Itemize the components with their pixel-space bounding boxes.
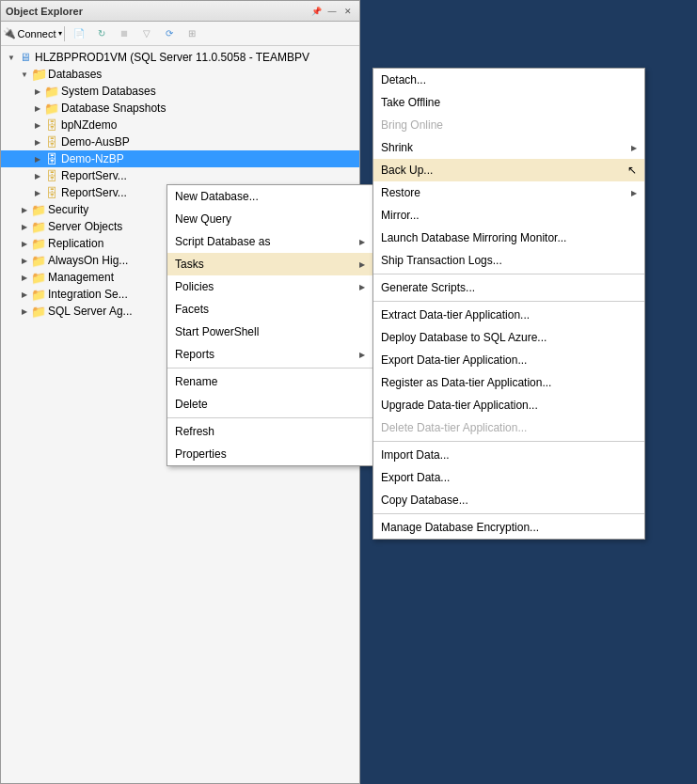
sync-icon: ⟳ xyxy=(166,28,173,39)
is-icon: 📁 xyxy=(31,287,46,302)
rs1-icon: 🗄 xyxy=(44,168,59,183)
tree-item-reportserv1[interactable]: ▶ 🗄 ReportServ... xyxy=(1,167,359,184)
sa-expand-icon[interactable]: ▶ xyxy=(18,305,31,318)
rep-expand-icon[interactable]: ▶ xyxy=(18,237,31,250)
bpnz-expand-icon[interactable]: ▶ xyxy=(31,118,44,132)
submenu-item-detach[interactable]: Detach... xyxy=(373,69,644,91)
separator-1 xyxy=(64,26,65,41)
security-icon: 📁 xyxy=(31,202,46,217)
submenu-item-ship-logs[interactable]: Ship Transaction Logs... xyxy=(373,249,644,272)
menu-item-reports[interactable]: Reports ▶ xyxy=(167,343,372,366)
rs1-label: ReportServ... xyxy=(61,169,127,182)
close-button[interactable]: ✕ xyxy=(341,5,355,18)
stop-button[interactable]: ⏹ xyxy=(114,24,135,43)
submenu-item-generate-scripts[interactable]: Generate Scripts... xyxy=(373,276,644,299)
is-label: Integration Se... xyxy=(48,288,128,301)
dbsnap-expand-icon[interactable]: ▶ xyxy=(31,102,44,115)
tree-item-demo-ausbp[interactable]: ▶ 🗄 Demo-AusBP xyxy=(1,133,359,150)
submenu-item-export-datatier[interactable]: Export Data-tier Application... xyxy=(373,349,644,371)
shrink-arrow: ▶ xyxy=(631,144,637,152)
security-expand-icon[interactable]: ▶ xyxy=(18,203,31,216)
menu-item-facets[interactable]: Facets xyxy=(167,298,372,321)
tree-item-databases[interactable]: ▼ 📁 Databases xyxy=(1,66,359,83)
tree-item-demo-nzbp[interactable]: ▶ 🗄 Demo-NzBP xyxy=(1,150,359,167)
menu-item-script-database[interactable]: Script Database as ▶ xyxy=(167,230,372,253)
rep-icon: 📁 xyxy=(31,236,46,251)
server-label: HLZBPPROD1VM (SQL Server 11.0.5058 - TEA… xyxy=(35,51,309,64)
menu-item-new-query[interactable]: New Query xyxy=(167,208,372,230)
nzbp-icon: 🗄 xyxy=(44,151,59,166)
expand-button[interactable]: ⊞ xyxy=(182,24,202,43)
menu-item-powershell[interactable]: Start PowerShell xyxy=(167,321,372,343)
tree-item-db-snapshots[interactable]: ▶ 📁 Database Snapshots xyxy=(1,100,359,117)
ao-expand-icon[interactable]: ▶ xyxy=(18,254,31,267)
databases-icon: 📁 xyxy=(31,67,46,82)
submenu-item-copy-database[interactable]: Copy Database... xyxy=(373,489,644,511)
ao-label: AlwaysOn Hig... xyxy=(48,254,128,267)
connect-button[interactable]: 🔌 Connect ▾ xyxy=(4,24,60,43)
menu-item-refresh[interactable]: Refresh xyxy=(167,420,372,443)
tree-item-system-databases[interactable]: ▶ 📁 System Databases xyxy=(1,83,359,100)
minimize-button[interactable]: — xyxy=(325,5,339,18)
sync-button[interactable]: ⟳ xyxy=(159,24,180,43)
submenu-item-manage-encryption[interactable]: Manage Database Encryption... xyxy=(373,516,644,539)
rs1-expand-icon[interactable]: ▶ xyxy=(31,169,44,182)
is-expand-icon[interactable]: ▶ xyxy=(18,288,31,301)
filter-button[interactable]: ▽ xyxy=(136,24,157,43)
databases-label: Databases xyxy=(48,68,102,81)
menu-item-properties[interactable]: Properties xyxy=(167,443,372,465)
ausbp-label: Demo-AusBP xyxy=(61,135,130,149)
submenu-item-shrink[interactable]: Shrink ▶ xyxy=(373,136,644,159)
pin-button[interactable]: 📌 xyxy=(309,5,323,18)
submenu-item-bring-online[interactable]: Bring Online xyxy=(373,114,644,136)
window-title: Object Explorer xyxy=(6,6,83,17)
databases-expand-icon[interactable]: ▼ xyxy=(18,68,31,81)
so-label: Server Objects xyxy=(48,220,122,233)
filter-icon: ▽ xyxy=(143,28,150,39)
oe-toolbar: 🔌 Connect ▾ 📄 ↻ ⏹ ▽ ⟳ ⊞ xyxy=(1,22,359,46)
rep-label: Replication xyxy=(48,237,103,250)
menu-item-rename[interactable]: Rename xyxy=(167,370,372,393)
submenu-item-launch-mirror-monitor[interactable]: Launch Database Mirroring Monitor... xyxy=(373,227,644,249)
rs2-expand-icon[interactable]: ▶ xyxy=(31,186,44,199)
menu-item-policies[interactable]: Policies ▶ xyxy=(167,275,372,298)
new-query-button[interactable]: 📄 xyxy=(69,24,89,43)
submenu-item-import-data[interactable]: Import Data... xyxy=(373,444,644,466)
context-menu: New Database... New Query Script Databas… xyxy=(166,184,373,466)
so-expand-icon[interactable]: ▶ xyxy=(18,220,31,233)
ausbp-expand-icon[interactable]: ▶ xyxy=(31,135,44,149)
submenu-item-mirror[interactable]: Mirror... xyxy=(373,204,644,227)
submenu-item-backup[interactable]: Back Up... ↖ xyxy=(373,159,644,181)
refresh-icon: ↻ xyxy=(98,28,105,39)
mgmt-expand-icon[interactable]: ▶ xyxy=(18,271,31,284)
sysdb-label: System Databases xyxy=(61,85,156,98)
submenu-item-register-datatier[interactable]: Register as Data-tier Application... xyxy=(373,371,644,394)
dbsnap-label: Database Snapshots xyxy=(61,102,166,115)
menu-item-new-database[interactable]: New Database... xyxy=(167,185,372,208)
tasks-submenu: Detach... Take Offline Bring Online Shri… xyxy=(372,68,645,540)
submenu-item-deploy-azure[interactable]: Deploy Database to SQL Azure... xyxy=(373,326,644,349)
submenu-item-take-offline[interactable]: Take Offline xyxy=(373,91,644,114)
menu-item-delete[interactable]: Delete xyxy=(167,393,372,416)
dbsnap-icon: 📁 xyxy=(44,101,59,116)
submenu-item-restore[interactable]: Restore ▶ xyxy=(373,181,644,204)
separator-import xyxy=(373,441,644,442)
server-expand-icon[interactable]: ▼ xyxy=(5,51,18,64)
submenu-item-export-data[interactable]: Export Data... xyxy=(373,466,644,489)
tree-item-server[interactable]: ▼ 🖥 HLZBPPROD1VM (SQL Server 11.0.5058 -… xyxy=(1,49,359,66)
menu-item-tasks[interactable]: Tasks ▶ xyxy=(167,253,372,275)
separator-encrypt xyxy=(373,513,644,514)
bpnz-label: bpNZdemo xyxy=(61,118,117,132)
ausbp-icon: 🗄 xyxy=(44,134,59,149)
restore-arrow: ▶ xyxy=(631,189,637,197)
separator-rename xyxy=(167,368,372,368)
refresh-button[interactable]: ↻ xyxy=(91,24,112,43)
nzbp-label: Demo-NzBP xyxy=(61,152,124,165)
expand-icon: ⊞ xyxy=(188,28,196,39)
submenu-item-upgrade-datatier[interactable]: Upgrade Data-tier Application... xyxy=(373,394,644,416)
submenu-item-delete-datatier[interactable]: Delete Data-tier Application... xyxy=(373,416,644,439)
tree-item-bpnzdemo[interactable]: ▶ 🗄 bpNZdemo xyxy=(1,117,359,133)
submenu-item-extract-datatier[interactable]: Extract Data-tier Application... xyxy=(373,304,644,326)
sysdb-expand-icon[interactable]: ▶ xyxy=(31,85,44,98)
nzbp-expand-icon[interactable]: ▶ xyxy=(31,152,44,165)
